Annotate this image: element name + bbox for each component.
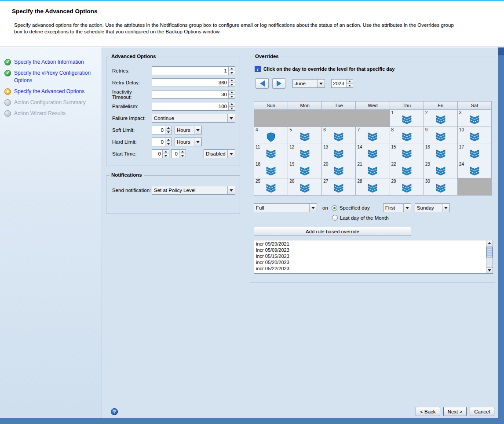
incremental-backup-icon — [469, 132, 480, 141]
calendar-day-cell[interactable]: 28 — [356, 178, 390, 196]
day-number: 15 — [391, 145, 396, 149]
spinner-down-button[interactable] — [228, 71, 235, 75]
calendar-day-cell[interactable]: 16 — [424, 144, 457, 161]
override-list-item[interactable]: incr 05/20/2023 — [255, 259, 486, 265]
calendar-day-cell[interactable]: 9 — [424, 127, 457, 144]
failure-impact-select[interactable]: Continue — [152, 114, 235, 123]
dropdown-arrow-icon — [309, 204, 317, 212]
calendar-day-cell[interactable]: 5 — [288, 127, 322, 144]
calendar-day-cell[interactable]: 8 — [390, 127, 424, 144]
calendar-day-cell[interactable]: 1 — [390, 110, 424, 127]
spinner-up-button[interactable] — [228, 91, 235, 94]
spinner-up-button[interactable] — [179, 150, 186, 154]
calendar-day-cell[interactable]: 30 — [424, 178, 457, 196]
ordinal-select[interactable]: First — [383, 203, 411, 212]
calendar-day-cell[interactable]: 10 — [457, 127, 491, 144]
next-month-button[interactable] — [272, 78, 285, 89]
start-minute-input[interactable]: 0 — [171, 149, 186, 158]
calendar-day-cell[interactable]: 29 — [390, 178, 424, 196]
wizard-step-done[interactable]: Specify the Action Information — [4, 58, 99, 66]
next-button[interactable]: Next > — [443, 407, 467, 416]
override-list-item[interactable]: incr 05/15/2023 — [255, 253, 486, 259]
soft-limit-unit-select[interactable]: Hours — [175, 126, 202, 134]
calendar-day-cell[interactable]: 12 — [288, 144, 322, 161]
step-pending-icon — [4, 110, 11, 117]
specified-day-radio[interactable]: Specified day — [332, 205, 370, 211]
spinner-up-button[interactable] — [228, 67, 235, 71]
spinner-down-button[interactable] — [228, 106, 235, 111]
calendar-day-cell[interactable]: 2 — [424, 110, 457, 127]
calendar-day-cell[interactable]: 6 — [322, 127, 356, 144]
scroll-up-button[interactable] — [486, 240, 493, 246]
spinner-up-button[interactable] — [346, 80, 353, 83]
calendar-day-cell[interactable]: 4 — [254, 127, 288, 144]
calendar-day-cell[interactable]: 11 — [254, 144, 288, 161]
start-minute-value: 0 — [172, 150, 179, 158]
calendar-day-cell[interactable]: 27 — [322, 178, 356, 196]
calendar-day-cell[interactable]: 15 — [390, 144, 424, 161]
spinner-down-button[interactable] — [228, 83, 235, 87]
advanced-options-fields: Retries: 1 Retry Delay: 360 Inactivity T… — [106, 57, 240, 158]
calendar-day-cell[interactable]: 22 — [390, 161, 424, 178]
weekday-select[interactable]: Sunday — [415, 203, 450, 212]
hard-limit-unit-select[interactable]: Hours — [175, 138, 202, 146]
spinner-down-button[interactable] — [165, 130, 172, 134]
calendar-day-cell[interactable]: 21 — [356, 161, 390, 178]
inactivity-timeout-row: Inactivity Timeout: 30 — [112, 90, 235, 99]
hard-limit-input[interactable]: 0 — [152, 138, 172, 146]
spinner-up-button[interactable] — [165, 126, 172, 130]
scrollbar-thumb[interactable] — [486, 247, 493, 257]
spinner-up-button[interactable] — [162, 150, 169, 154]
calendar-day-cell[interactable]: 25 — [254, 178, 288, 196]
prev-month-button[interactable] — [256, 78, 269, 89]
calendar-day-cell[interactable]: 24 — [457, 161, 491, 178]
year-spinner[interactable]: 2023 — [331, 79, 353, 88]
spinner-down-button[interactable] — [228, 94, 235, 99]
day-number: 27 — [323, 179, 328, 184]
calendar-day-cell[interactable]: 7 — [356, 127, 390, 144]
calendar-day-cell[interactable]: 14 — [356, 144, 390, 161]
calendar-day-cell[interactable]: 23 — [424, 161, 457, 178]
incremental-backup-icon — [333, 132, 344, 141]
start-hour-input[interactable]: 0 — [152, 149, 169, 158]
calendar-day-cell[interactable]: 20 — [322, 161, 356, 178]
last-day-radio[interactable]: Last day of the Month — [332, 215, 389, 221]
spinner-up-button[interactable] — [228, 102, 235, 106]
month-select[interactable]: June — [292, 79, 325, 88]
override-list-scrollbar[interactable] — [486, 240, 493, 273]
override-level-select[interactable]: Full — [254, 203, 317, 212]
calendar-day-cell[interactable]: 13 — [322, 144, 356, 161]
retries-input[interactable]: 1 — [152, 66, 235, 75]
scroll-down-button[interactable] — [486, 267, 493, 273]
on-label: on — [322, 205, 328, 210]
cancel-button[interactable]: Cancel — [470, 407, 494, 416]
override-list-item[interactable]: incr 05/09/2023 — [255, 247, 486, 253]
calendar-nav: June 2023 — [256, 78, 495, 89]
spinner-down-button[interactable] — [162, 154, 169, 158]
override-list-item[interactable]: incr 05/22/2023 — [255, 265, 486, 272]
spinner-down-button[interactable] — [346, 83, 353, 88]
calendar-day-cell[interactable]: 26 — [288, 178, 322, 196]
parallelism-input[interactable]: 100 — [152, 102, 235, 111]
retry-delay-input[interactable]: 360 — [152, 78, 235, 87]
soft-limit-input[interactable]: 0 — [152, 126, 172, 134]
send-notification-select[interactable]: Set at Policy Level — [152, 186, 235, 195]
spinner-up-button[interactable] — [165, 138, 172, 142]
calendar-day-cell[interactable]: 19 — [288, 161, 322, 178]
calendar-day-cell[interactable]: 3 — [457, 110, 491, 127]
calendar-day-cell[interactable]: 17 — [457, 144, 491, 161]
help-icon[interactable] — [111, 408, 118, 415]
calendar-day-cell[interactable]: 18 — [254, 161, 288, 178]
spinner-down-button[interactable] — [179, 154, 186, 158]
spinner-buttons — [346, 80, 353, 87]
add-rule-override-button[interactable]: Add rule based override — [254, 227, 411, 236]
start-time-mode-select[interactable]: Disabled — [204, 149, 235, 158]
spinner-down-button[interactable] — [165, 142, 172, 146]
spinner-up-button[interactable] — [228, 79, 235, 83]
wizard-step-done[interactable]: Specify the vProxy Configuration Options — [4, 69, 99, 84]
override-list-item[interactable]: incr 09/29/2021 — [255, 241, 486, 247]
wizard-step-current[interactable]: Specify the Advanced Options — [4, 88, 99, 95]
override-list[interactable]: incr 09/29/2021incr 05/09/2023incr 05/15… — [254, 240, 493, 274]
back-button[interactable]: < Back — [416, 407, 440, 416]
inactivity-timeout-input[interactable]: 30 — [152, 90, 235, 99]
